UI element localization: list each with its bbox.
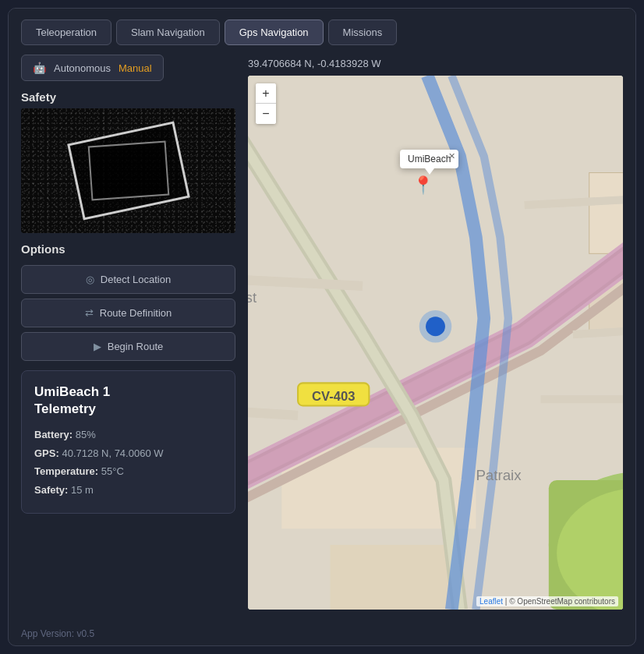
- detect-location-label: Detect Location: [101, 274, 171, 285]
- camera-shape: [67, 122, 190, 221]
- safety-value: 15 m: [71, 484, 94, 496]
- svg-point-42: [426, 316, 445, 336]
- tab-gps-navigation[interactable]: Gps Navigation: [225, 19, 324, 45]
- safety-section: Safety: [21, 90, 235, 233]
- tab-teleoperation[interactable]: Teleoperation: [21, 19, 111, 45]
- left-panel: 🤖 Autonomous Manual Safety Options: [21, 55, 235, 610]
- route-definition-button[interactable]: ⇄ Route Definition: [21, 299, 235, 327]
- route-definition-label: Route Definition: [100, 307, 172, 319]
- mode-toggle-button[interactable]: 🤖 Autonomous Manual: [21, 55, 164, 81]
- svg-text:CV-403: CV-403: [312, 389, 355, 404]
- autonomous-label: Autonomous: [54, 62, 111, 74]
- attribution-text: | © OpenStreetMap contributors: [505, 597, 615, 606]
- camera-view: [21, 108, 235, 233]
- tab-slam-navigation[interactable]: Slam Navigation: [116, 19, 220, 45]
- play-icon: ▶: [94, 341, 101, 352]
- svg-rect-5: [589, 173, 623, 254]
- svg-rect-13: [331, 545, 460, 610]
- map-zoom-controls: + −: [256, 83, 276, 124]
- tab-missions[interactable]: Missions: [328, 19, 398, 45]
- map-attribution: Leaflet | © OpenStreetMap contributors: [476, 596, 618, 606]
- map-container[interactable]: Quart de Poblet Campanar València Alaquà…: [248, 76, 623, 610]
- main-content: 🤖 Autonomous Manual Safety Options: [9, 55, 635, 622]
- begin-route-button[interactable]: ▶ Begin Route: [21, 332, 235, 361]
- manual-label: Manual: [119, 62, 152, 74]
- camera-shape-inner: [87, 141, 169, 201]
- coordinates-bar: 39.4706684 N, -0.4183928 W: [248, 55, 623, 76]
- zoom-out-button[interactable]: −: [256, 104, 276, 124]
- temperature-value: 55°C: [101, 465, 124, 477]
- telemetry-card: UmiBeach 1 Telemetry Battery: 85% GPS: 4…: [21, 370, 235, 514]
- location-icon: ◎: [86, 274, 94, 285]
- popup-close-button[interactable]: ✕: [448, 151, 455, 161]
- safety-title: Safety: [21, 90, 235, 104]
- right-panel: 39.4706684 N, -0.4183928 W: [248, 55, 623, 610]
- app-container: Teleoperation Slam Navigation Gps Naviga…: [8, 8, 636, 646]
- svg-text:Patraix: Patraix: [476, 467, 522, 483]
- nav-tabs: Teleoperation Slam Navigation Gps Naviga…: [9, 9, 635, 55]
- telemetry-gps: GPS: 40.7128 N, 74.0060 W: [34, 446, 222, 461]
- robot-icon: 🤖: [33, 62, 46, 74]
- options-title: Options: [21, 242, 235, 256]
- telemetry-battery: Battery: 85%: [34, 427, 222, 443]
- options-section: Options ◎ Detect Location ⇄ Route Defini…: [21, 242, 235, 361]
- camera-noise: [21, 108, 235, 233]
- gps-value: 40.7128 N, 74.0060 W: [62, 447, 163, 459]
- map-popup: ✕ UmiBeach: [400, 150, 458, 168]
- app-version: App Version: v0.5: [9, 622, 635, 645]
- zoom-in-button[interactable]: +: [256, 83, 276, 104]
- leaflet-link[interactable]: Leaflet: [479, 597, 503, 606]
- route-icon: ⇄: [85, 307, 94, 319]
- telemetry-title: UmiBeach 1 Telemetry: [34, 384, 222, 418]
- map-location-pin: 📍: [412, 175, 433, 196]
- detect-location-button[interactable]: ◎ Detect Location: [21, 265, 235, 294]
- battery-value: 85%: [76, 429, 96, 440]
- svg-text:Barri del Crist: Barri del Crist: [248, 289, 257, 306]
- popup-label: UmiBeach: [408, 154, 451, 164]
- begin-route-label: Begin Route: [108, 341, 164, 352]
- telemetry-safety: Safety: 15 m: [34, 483, 222, 498]
- telemetry-temperature: Temperature: 55°C: [34, 464, 222, 479]
